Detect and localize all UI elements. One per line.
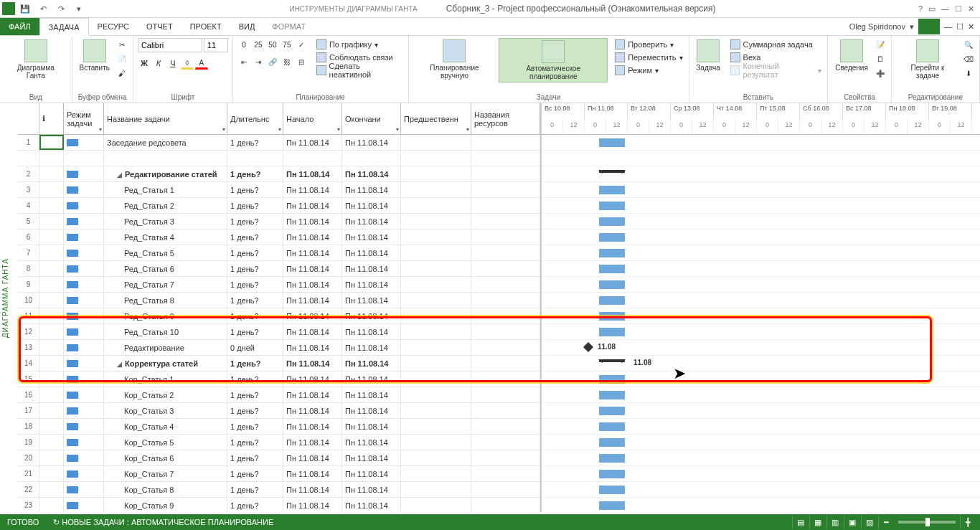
resources-cell[interactable] xyxy=(471,419,540,434)
name-cell[interactable]: Ред_Статья 1 xyxy=(104,182,227,197)
task-bar[interactable] xyxy=(599,422,625,431)
table-row[interactable]: 21Кор_Статья 71 день?Пн 11.08.14Пн 11.08… xyxy=(18,466,540,482)
resources-cell[interactable] xyxy=(471,293,540,308)
row-number[interactable]: 5 xyxy=(18,214,39,229)
start-cell[interactable]: Пн 11.08.14 xyxy=(283,435,342,450)
move-button[interactable]: Переместить ▾ xyxy=(613,51,684,64)
predecessors-cell[interactable] xyxy=(401,214,471,229)
info-cell[interactable] xyxy=(39,135,64,150)
start-cell[interactable]: Пн 11.08.14 xyxy=(283,135,342,150)
table-row[interactable]: 9Ред_Статья 71 день?Пн 11.08.14Пн 11.08.… xyxy=(18,277,540,293)
row-number[interactable]: 6 xyxy=(18,229,39,245)
mode-cell[interactable] xyxy=(64,214,104,229)
table-row[interactable]: 23Кор_Статья 91 день?Пн 11.08.14Пн 11.08… xyxy=(18,498,540,512)
deliverable-button[interactable]: Конечный результат ▾ xyxy=(729,64,824,77)
predecessors-cell[interactable] xyxy=(401,277,471,292)
resources-cell[interactable] xyxy=(471,198,540,213)
predecessors-cell[interactable] xyxy=(401,135,471,150)
task-bar[interactable] xyxy=(599,186,625,194)
help-icon[interactable]: ? xyxy=(918,4,923,13)
duration-cell[interactable]: 1 день? xyxy=(227,356,283,371)
row-number[interactable]: 2 xyxy=(18,166,39,181)
predecessors-cell[interactable] xyxy=(401,166,471,181)
predecessors-cell[interactable] xyxy=(401,151,471,166)
name-cell[interactable]: Ред_Статья 3 xyxy=(104,214,227,229)
finish-cell[interactable]: Пн 11.08.14 xyxy=(342,308,401,323)
font-name-select[interactable] xyxy=(138,38,202,52)
row-number[interactable]: 18 xyxy=(18,419,39,434)
gantt-row[interactable] xyxy=(542,214,980,229)
table-row[interactable]: 13Редактирование0 днейПн 11.08.14Пн 11.0… xyxy=(18,340,540,356)
row-number[interactable]: 19 xyxy=(18,435,39,450)
new-task-button[interactable]: Задача xyxy=(694,38,723,73)
resources-cell[interactable] xyxy=(471,387,540,402)
name-cell[interactable]: Кор_Статья 8 xyxy=(104,482,227,497)
duration-cell[interactable]: 1 день? xyxy=(227,214,283,229)
resources-cell[interactable] xyxy=(471,277,540,292)
row-number[interactable]: 1 xyxy=(18,135,39,150)
finish-cell[interactable]: Пн 11.08.14 xyxy=(342,466,401,481)
duration-cell[interactable]: 1 день? xyxy=(227,198,283,213)
duration-cell[interactable]: 1 день? xyxy=(227,324,283,339)
name-cell[interactable]: Кор_Статья 3 xyxy=(104,403,227,418)
info-cell[interactable] xyxy=(39,498,64,512)
table-row[interactable]: 19Кор_Статья 51 день?Пн 11.08.14Пн 11.08… xyxy=(18,435,540,450)
predecessors-cell[interactable] xyxy=(401,372,471,387)
col-finish[interactable]: Окончани▾ xyxy=(342,103,401,134)
start-cell[interactable]: Пн 11.08.14 xyxy=(283,308,342,323)
name-cell[interactable]: Ред_Статья 7 xyxy=(104,277,227,292)
mode-cell[interactable] xyxy=(64,403,104,418)
start-cell[interactable]: Пн 11.08.14 xyxy=(283,482,342,497)
row-number[interactable]: 17 xyxy=(18,403,39,418)
predecessors-cell[interactable] xyxy=(401,498,471,512)
info-column-icon[interactable]: ℹ xyxy=(42,114,45,123)
name-cell[interactable]: Ред_Статья 8 xyxy=(104,293,227,308)
task-bar[interactable] xyxy=(599,501,625,510)
name-cell[interactable]: Кор_Статья 7 xyxy=(104,466,227,481)
row-number[interactable]: 12 xyxy=(18,324,39,339)
predecessors-cell[interactable] xyxy=(401,419,471,434)
task-bar[interactable] xyxy=(599,280,625,289)
summary-bar[interactable] xyxy=(599,359,625,366)
info-cell[interactable] xyxy=(39,198,64,213)
table-row[interactable]: 11Ред_Статья 91 день?Пн 11.08.14Пн 11.08… xyxy=(18,308,540,324)
gantt-row[interactable] xyxy=(542,403,980,419)
task-bar[interactable] xyxy=(599,328,625,336)
minimize-icon[interactable]: — xyxy=(941,4,949,13)
start-cell[interactable]: Пн 11.08.14 xyxy=(283,166,342,181)
info-cell[interactable] xyxy=(39,403,64,418)
duration-cell[interactable]: 1 день? xyxy=(227,387,283,402)
mode-button[interactable]: Режим ▾ xyxy=(613,64,684,77)
predecessors-cell[interactable] xyxy=(401,198,471,213)
gantt-row[interactable] xyxy=(542,166,980,182)
info-cell[interactable] xyxy=(39,261,64,276)
start-cell[interactable]: Пн 11.08.14 xyxy=(283,387,342,402)
col-mode[interactable]: Режим задачи▾ xyxy=(64,103,104,134)
task-table[interactable]: ℹ Режим задачи▾ Название задачи▾ Длитель… xyxy=(18,103,542,512)
resources-cell[interactable] xyxy=(471,308,540,323)
finish-cell[interactable]: Пн 11.08.14 xyxy=(342,198,401,213)
name-cell[interactable]: ◢Корректура статей xyxy=(104,356,227,371)
finish-cell[interactable]: Пн 11.08.14 xyxy=(342,261,401,276)
start-cell[interactable]: Пн 11.08.14 xyxy=(283,182,342,197)
row-number[interactable]: 8 xyxy=(18,261,39,276)
name-cell[interactable]: Ред_Статья 6 xyxy=(104,261,227,276)
table-row[interactable]: 12Ред_Статья 101 день?Пн 11.08.14Пн 11.0… xyxy=(18,324,540,340)
timeline-add-icon[interactable]: ➕ xyxy=(874,67,887,80)
finish-cell[interactable]: Пн 11.08.14 xyxy=(342,214,401,229)
view-team-icon[interactable]: ▥ xyxy=(826,516,842,529)
mode-cell[interactable] xyxy=(64,308,104,323)
mode-cell[interactable] xyxy=(64,419,104,434)
status-new-tasks[interactable]: ↻ НОВЫЕ ЗАДАЧИ : АВТОМАТИЧЕСКОЕ ПЛАНИРОВ… xyxy=(46,518,281,527)
redo-icon[interactable]: ↷ xyxy=(53,1,69,16)
info-cell[interactable] xyxy=(39,277,64,292)
duration-cell[interactable] xyxy=(227,151,283,166)
predecessors-cell[interactable] xyxy=(401,261,471,276)
resources-cell[interactable] xyxy=(471,403,540,418)
mode-cell[interactable] xyxy=(64,356,104,371)
finish-cell[interactable]: Пн 11.08.14 xyxy=(342,277,401,292)
avatar[interactable] xyxy=(918,19,940,34)
finish-cell[interactable]: Пн 11.08.14 xyxy=(342,419,401,434)
task-bar[interactable] xyxy=(599,249,625,257)
name-cell[interactable]: Кор_Статья 6 xyxy=(104,450,227,465)
